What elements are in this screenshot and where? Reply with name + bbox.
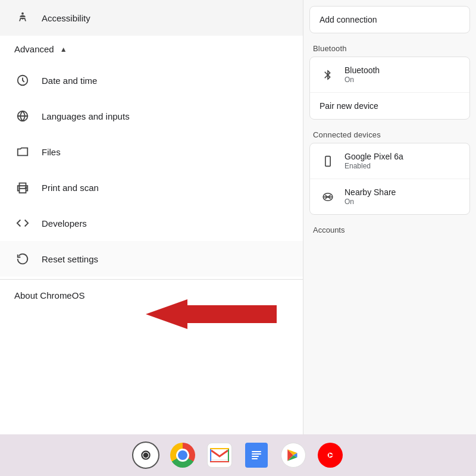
sidebar: Accessibility Advanced ▲ Date and time [0,0,303,434]
connected-devices-card: Google Pixel 6a Enabled [309,143,470,215]
languages-label: Languages and inputs [42,111,130,121]
pair-device-item[interactable]: Pair new device [310,93,469,119]
svg-point-0 [21,12,24,15]
svg-rect-23 [252,458,258,459]
sidebar-item-accessibility[interactable]: Accessibility [0,0,303,36]
sidebar-item-print[interactable]: Print and scan [0,170,303,205]
svg-rect-20 [252,451,261,452]
datetime-label: Date and time [42,76,97,86]
bluetooth-card: Bluetooth On Pair new device [309,57,470,120]
svg-rect-16 [228,448,229,462]
sidebar-item-datetime[interactable]: Date and time [0,62,303,98]
nearby-share-item[interactable]: Nearby Share On [310,179,469,214]
svg-rect-15 [210,448,211,462]
taskbar-ytmusic-icon[interactable] [317,441,344,469]
taskbar-docs-icon[interactable] [243,441,270,469]
print-label: Print and scan [42,183,99,193]
pair-device-label: Pair new device [320,101,378,111]
print-icon [14,179,31,196]
pixel-status: Enabled [345,162,403,170]
connected-section-label: Connected devices [303,122,476,143]
svg-point-4 [26,187,27,189]
phone-icon [320,153,336,170]
bluetooth-status: On [345,76,380,84]
bluetooth-text: Bluetooth On [345,65,380,84]
developers-label: Developers [42,218,87,228]
pair-device-text: Pair new device [320,101,378,111]
docs-logo [245,443,268,468]
taskbar-gmail-icon[interactable] [206,441,233,469]
taskbar-play-icon[interactable] [280,441,307,469]
add-connection-card[interactable]: Add connection [309,6,470,33]
svg-rect-3 [20,189,26,193]
svg-rect-22 [252,456,259,457]
nearby-status: On [345,198,396,206]
bluetooth-title: Bluetooth [345,65,380,75]
svg-point-13 [144,453,148,458]
bluetooth-section-label: Bluetooth [303,36,476,57]
pixel-title: Google Pixel 6a [345,152,403,161]
ytmusic-logo [318,443,343,468]
svg-rect-19 [250,447,263,464]
gmail-logo [207,443,232,468]
accessibility-label: Accessibility [42,13,90,23]
chrome-logo [170,443,195,468]
bluetooth-icon [320,67,336,83]
svg-rect-18 [210,461,229,462]
sidebar-item-files[interactable]: Files [0,134,303,170]
files-label: Files [42,147,61,157]
advanced-label: Advanced [14,44,54,54]
reset-icon [14,250,31,267]
pixel-text: Google Pixel 6a Enabled [345,152,403,170]
svg-rect-5 [325,156,330,166]
bluetooth-item[interactable]: Bluetooth On [310,57,469,93]
about-chromeos[interactable]: About ChromeOS [0,282,303,309]
accessibility-icon [14,10,31,26]
nearby-title: Nearby Share [345,187,396,197]
taskbar-chrome-icon[interactable] [169,441,196,469]
taskbar [0,434,476,476]
svg-rect-17 [210,448,229,449]
advanced-header[interactable]: Advanced ▲ [0,36,303,62]
code-icon [14,215,31,231]
folder-icon [14,143,31,160]
advanced-arrow-icon: ▲ [60,45,67,54]
globe-icon [14,108,31,124]
nearby-text: Nearby Share On [345,187,396,206]
sidebar-item-developers[interactable]: Developers [0,205,303,241]
about-label: About ChromeOS [14,290,84,300]
taskbar-circle-button[interactable] [132,441,159,469]
right-panel: Add connection Bluetooth Bluetooth On [303,0,476,434]
sidebar-item-reset[interactable]: Reset settings [0,241,303,277]
pixel-device-item[interactable]: Google Pixel 6a Enabled [310,143,469,179]
reset-label: Reset settings [42,254,98,264]
divider [0,279,303,280]
nearby-share-icon [320,189,336,205]
play-logo [281,443,306,468]
add-connection-label: Add connection [320,15,377,24]
sidebar-item-languages[interactable]: Languages and inputs [0,98,303,134]
accounts-section-label: Accounts [303,217,476,238]
svg-rect-21 [252,453,261,455]
clock-icon [14,72,31,89]
